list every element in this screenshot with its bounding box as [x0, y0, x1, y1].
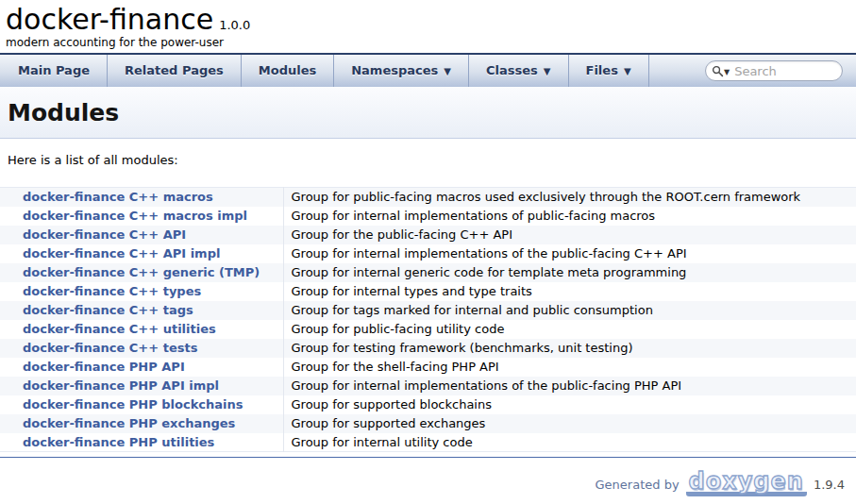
search-icon[interactable] — [712, 65, 724, 77]
tab-modules[interactable]: Modules — [242, 55, 334, 87]
module-description: Group for internal implementations of th… — [283, 244, 856, 263]
module-description: Group for internal implementations of pu… — [283, 207, 856, 226]
project-name: docker-finance — [6, 3, 213, 36]
contents: Here is a list of all modules: docker-fi… — [0, 153, 856, 452]
table-row: docker-finance C++ generic (TMP) Group f… — [0, 263, 856, 282]
module-description: Group for testing framework (benchmarks,… — [283, 339, 856, 358]
generated-by-text: Generated by — [596, 478, 680, 492]
module-description: Group for supported exchanges — [283, 414, 856, 433]
tab-related-pages[interactable]: Related Pages — [108, 55, 242, 87]
chevron-down-icon: ▼ — [544, 66, 551, 76]
page-title: Modules — [8, 99, 856, 126]
module-link[interactable]: docker-finance C++ macros impl — [23, 209, 247, 223]
footer: Generated by doxygen 1.9.4 — [0, 458, 856, 496]
table-row: docker-finance C++ tests Group for testi… — [0, 339, 856, 358]
table-row: docker-finance C++ API Group for the pub… — [0, 226, 856, 244]
module-link[interactable]: docker-finance C++ tests — [23, 341, 197, 355]
module-description: Group for the public-facing C++ API — [283, 226, 856, 244]
module-description: Group for public-facing macros used excl… — [283, 188, 856, 207]
tab-classes[interactable]: Classes▼ — [469, 55, 569, 87]
page-header: Modules — [0, 87, 856, 139]
module-description: Group for supported blockchains — [283, 395, 856, 414]
module-description: Group for public-facing utility code — [283, 320, 856, 339]
table-row: docker-finance C++ macros Group for publ… — [0, 188, 856, 207]
module-link[interactable]: docker-finance PHP API — [23, 360, 185, 374]
table-row: docker-finance PHP exchanges Group for s… — [0, 414, 856, 433]
module-description: Group for tags marked for internal and p… — [283, 301, 856, 320]
tab-label: Main Page — [18, 63, 90, 77]
nav-tab-bar: Main Page Related Pages Modules Namespac… — [0, 53, 856, 87]
module-description: Group for internal utility code — [283, 433, 856, 452]
module-description: Group for internal generic code for temp… — [283, 263, 856, 282]
table-row: docker-finance C++ types Group for inter… — [0, 282, 856, 301]
chevron-down-icon: ▼ — [624, 66, 631, 76]
tab-label: Files — [586, 63, 618, 77]
table-row: docker-finance C++ API impl Group for in… — [0, 244, 856, 263]
doxygen-version: 1.9.4 — [814, 478, 845, 492]
module-description: Group for internal implementations of th… — [283, 377, 856, 395]
module-link[interactable]: docker-finance PHP utilities — [23, 435, 214, 449]
module-link[interactable]: docker-finance C++ types — [23, 284, 201, 298]
module-link[interactable]: docker-finance PHP API impl — [23, 378, 219, 393]
chevron-down-icon: ▼ — [444, 66, 451, 76]
module-link[interactable]: docker-finance PHP exchanges — [23, 416, 235, 430]
intro-text: Here is a list of all modules: — [8, 153, 856, 167]
table-row: docker-finance C++ macros impl Group for… — [0, 207, 856, 226]
table-row: docker-finance PHP blockchains Group for… — [0, 395, 856, 414]
table-row: docker-finance PHP utilities Group for i… — [0, 433, 856, 452]
module-link[interactable]: docker-finance C++ utilities — [23, 322, 216, 336]
table-row: docker-finance C++ tags Group for tags m… — [0, 301, 856, 320]
title-area: docker-finance1.0.0 modern accounting fo… — [0, 0, 856, 53]
tab-label: Related Pages — [125, 63, 224, 77]
module-link[interactable]: docker-finance C++ API impl — [23, 246, 220, 260]
module-link[interactable]: docker-finance C++ tags — [23, 303, 193, 317]
tab-main-page[interactable]: Main Page — [0, 55, 108, 87]
module-link[interactable]: docker-finance C++ generic (TMP) — [23, 265, 260, 279]
tab-label: Modules — [259, 63, 316, 77]
module-link[interactable]: docker-finance C++ macros — [23, 190, 213, 204]
module-description: Group for internal types and type traits — [283, 282, 856, 301]
project-brief: modern accounting for the power-user — [6, 36, 856, 49]
search-area: ▼ — [705, 60, 843, 81]
module-link[interactable]: docker-finance C++ API — [23, 227, 186, 242]
search-box[interactable]: ▼ — [705, 60, 843, 81]
tab-label: Namespaces — [351, 63, 438, 77]
doxygen-logo[interactable]: doxygen — [686, 472, 807, 496]
table-row: docker-finance PHP API Group for the she… — [0, 358, 856, 377]
search-input[interactable] — [732, 63, 834, 79]
module-link[interactable]: docker-finance PHP blockchains — [23, 397, 243, 412]
table-row: docker-finance PHP API impl Group for in… — [0, 377, 856, 395]
tab-namespaces[interactable]: Namespaces▼ — [334, 55, 469, 87]
tab-label: Classes — [486, 63, 538, 77]
tab-files[interactable]: Files▼ — [569, 55, 649, 87]
project-version: 1.0.0 — [219, 18, 250, 32]
search-options-caret-icon[interactable]: ▼ — [724, 68, 730, 76]
module-description: Group for the shell-facing PHP API — [283, 358, 856, 377]
modules-table: docker-finance C++ macros Group for publ… — [0, 187, 856, 452]
table-row: docker-finance C++ utilities Group for p… — [0, 320, 856, 339]
